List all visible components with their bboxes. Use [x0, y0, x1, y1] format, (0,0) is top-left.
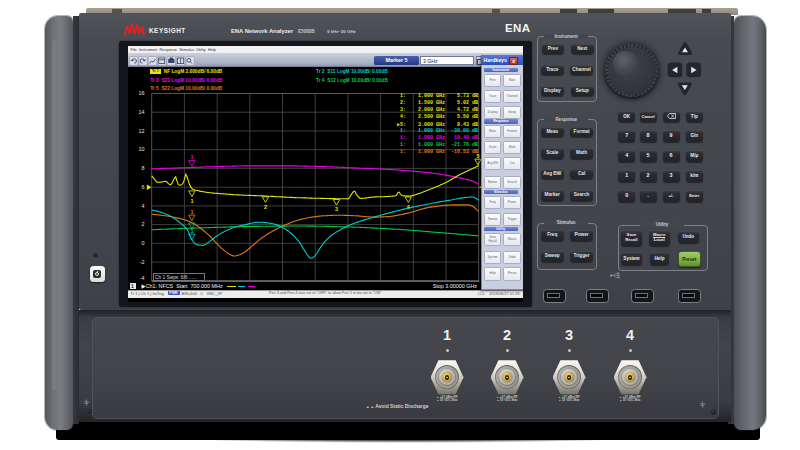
svg-text:1: 1: [190, 227, 193, 233]
svg-text:4: 4: [406, 203, 409, 209]
svg-text:2: 2: [264, 203, 267, 209]
svg-text:1: 1: [190, 208, 193, 214]
svg-text:1: 1: [190, 154, 193, 160]
svg-text:3: 3: [335, 206, 338, 212]
svg-text:1: 1: [190, 197, 193, 203]
